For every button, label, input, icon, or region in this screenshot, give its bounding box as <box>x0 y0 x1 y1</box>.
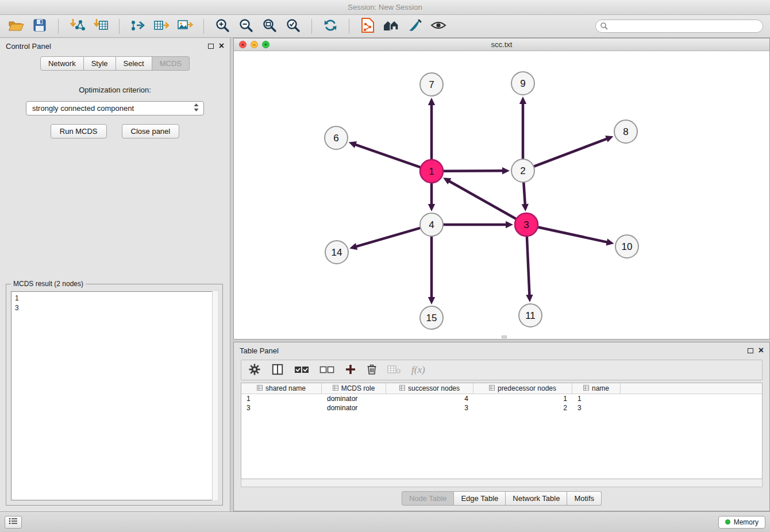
tab-select[interactable]: Select <box>116 56 152 71</box>
graph-node-10[interactable]: 10 <box>615 235 638 258</box>
table-header: shared nameMCDS rolesuccessor nodesprede… <box>241 383 762 394</box>
zoom-selected-icon <box>286 18 301 34</box>
tab-node-table[interactable]: Node Table <box>402 491 455 506</box>
graph-edge-2-3[interactable] <box>523 182 525 204</box>
zoom-out-button[interactable] <box>237 18 255 35</box>
export-table-button[interactable] <box>152 18 171 35</box>
open-folder-icon <box>8 18 24 34</box>
graph-edge-3-1[interactable] <box>449 182 516 219</box>
table-tabs: Node Table Edge Table Network Table Moti… <box>234 491 769 506</box>
network-canvas[interactable]: 7968124314101511 <box>234 51 769 339</box>
node-table: shared nameMCDS rolesuccessor nodesprede… <box>241 383 763 479</box>
graph-edge-1-2[interactable] <box>443 171 502 171</box>
graph-node-2[interactable]: 2 <box>511 159 534 182</box>
graph-edge-2-8[interactable] <box>534 139 607 167</box>
graph-edge-3-11[interactable] <box>527 236 530 295</box>
table-settings-gear-icon[interactable] <box>248 363 261 377</box>
save-session-button[interactable] <box>30 18 49 35</box>
show-columns-icon[interactable] <box>271 363 284 377</box>
graph-edge-4-14[interactable] <box>357 228 421 246</box>
graph-node-4[interactable]: 4 <box>420 213 443 236</box>
memory-button[interactable]: Memory <box>718 516 765 529</box>
graph-node-15[interactable]: 15 <box>420 306 443 329</box>
optimization-criterion-select[interactable]: strongly connected component <box>26 101 204 115</box>
delete-column-trash-icon[interactable] <box>367 364 377 377</box>
zoom-fit-icon <box>262 18 277 34</box>
toolbar-separator <box>349 19 349 34</box>
status-bar: Memory <box>0 511 770 532</box>
result-scrollbar[interactable] <box>212 291 218 500</box>
graph-node-6[interactable]: 6 <box>325 126 348 149</box>
mcds-result-text: 1 3 <box>11 291 218 500</box>
open-session-button[interactable] <box>7 18 25 35</box>
column-header[interactable]: successor nodes <box>386 383 473 394</box>
zoom-selected-button[interactable] <box>284 18 302 35</box>
export-network-button[interactable] <box>129 18 147 35</box>
select-all-rows-icon[interactable] <box>294 364 309 376</box>
graph-node-7[interactable]: 7 <box>420 73 443 96</box>
first-neighbors-button[interactable] <box>382 18 401 35</box>
float-table-panel-icon[interactable] <box>748 348 753 353</box>
graph-node-11[interactable]: 11 <box>519 304 542 327</box>
minimize-window-icon[interactable]: − <box>251 41 258 48</box>
svg-text:7: 7 <box>429 79 434 90</box>
apply-style-button[interactable] <box>406 18 424 35</box>
tab-network[interactable]: Network <box>40 56 84 71</box>
close-table-panel-icon[interactable]: × <box>759 347 764 354</box>
table-cell: 1 <box>572 395 621 403</box>
tab-style[interactable]: Style <box>84 56 116 71</box>
new-network-button[interactable] <box>359 18 377 35</box>
table-row[interactable]: 1dominator411 <box>241 394 762 403</box>
tab-network-table[interactable]: Network Table <box>506 491 567 506</box>
maximize-window-icon[interactable]: + <box>262 41 270 48</box>
zoom-in-button[interactable] <box>213 18 232 35</box>
search-input[interactable] <box>595 20 763 33</box>
float-panel-icon[interactable] <box>208 44 214 49</box>
svg-text:2: 2 <box>520 165 525 176</box>
table-row[interactable]: 3dominator323 <box>241 403 762 413</box>
create-column-plus-icon[interactable] <box>345 364 356 377</box>
deselect-all-rows-icon[interactable] <box>319 364 334 376</box>
table-horizontal-scrollbar[interactable] <box>241 479 763 487</box>
show-hide-button[interactable] <box>429 18 448 35</box>
control-panel-title: Control Panel <box>6 42 51 51</box>
graph-edge-3-10[interactable] <box>538 227 607 242</box>
network-graph: 7968124314101511 <box>234 51 769 339</box>
export-image-button[interactable] <box>176 18 194 35</box>
close-window-icon[interactable]: × <box>239 41 247 48</box>
graph-node-3[interactable]: 3 <box>515 213 538 236</box>
control-panel-tabs: Network Style Select MCDS <box>0 56 230 71</box>
graph-node-9[interactable]: 9 <box>511 72 534 95</box>
svg-text:1: 1 <box>429 166 434 177</box>
table-cell: 1 <box>473 395 572 403</box>
apply-layout-button[interactable] <box>321 18 340 35</box>
import-table-button[interactable] <box>91 18 110 35</box>
graph-node-8[interactable]: 8 <box>614 120 637 143</box>
run-mcds-button[interactable]: Run MCDS <box>51 124 107 138</box>
log-console-button[interactable] <box>5 516 22 529</box>
svg-text:3: 3 <box>523 219 529 230</box>
zoom-fit-button[interactable] <box>260 18 279 35</box>
close-panel-button[interactable]: Close panel <box>122 124 180 138</box>
function-builder-icon: f(x) <box>411 364 425 376</box>
selected-criterion: strongly connected component <box>31 104 194 113</box>
table-cell: dominator <box>322 404 386 412</box>
graph-node-14[interactable]: 14 <box>325 241 348 264</box>
graph-edge-arrowhead <box>349 141 357 148</box>
column-header[interactable]: MCDS role <box>322 383 386 394</box>
column-header[interactable]: shared name <box>241 383 322 394</box>
column-header[interactable]: predecessor nodes <box>473 383 572 394</box>
svg-text:10: 10 <box>622 241 633 252</box>
graph-edge-arrowhead <box>428 297 435 304</box>
column-header[interactable]: name <box>572 383 621 394</box>
toolbar-separator <box>58 19 59 34</box>
table-panel: Table Panel × <box>233 342 770 511</box>
tab-mcds[interactable]: MCDS <box>152 56 190 71</box>
graph-edge-1-6[interactable] <box>356 145 421 168</box>
tab-edge-table[interactable]: Edge Table <box>454 491 506 506</box>
splitter-handle[interactable] <box>502 336 507 338</box>
graph-node-1[interactable]: 1 <box>420 160 443 183</box>
close-panel-icon[interactable]: × <box>219 43 224 49</box>
import-network-button[interactable] <box>68 18 86 35</box>
tab-motifs[interactable]: Motifs <box>567 491 602 506</box>
